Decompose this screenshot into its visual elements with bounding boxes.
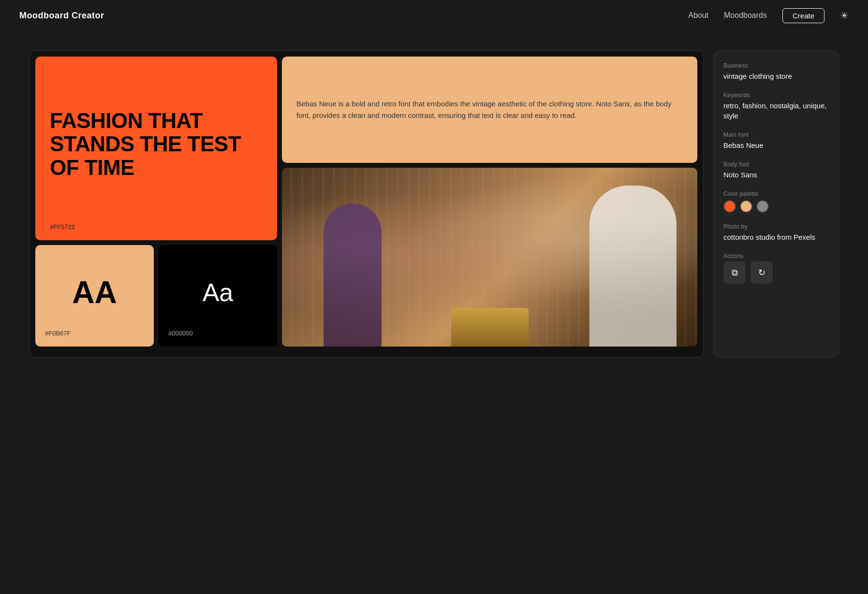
sidebar-actions-section: Actions ⧉ ↻ — [723, 253, 829, 284]
color-swatch-gray — [756, 200, 769, 213]
main-font-label: Main font — [723, 131, 829, 138]
color-palette-label: Color palette — [723, 190, 829, 197]
photo-scene — [282, 168, 697, 347]
figure-left — [324, 203, 382, 347]
text-tile-body: Bebas Neue is a bold and retro font that… — [296, 98, 683, 121]
photo-by-label: Photo by — [723, 223, 829, 230]
font-aa-light-text: Aa — [203, 278, 234, 307]
font-tile-dark: Aa #000000 — [159, 245, 277, 347]
body-font-value: Noto Sans — [723, 170, 829, 180]
font-tile-light: AA #F0B67F — [35, 245, 154, 347]
text-tile: Bebas Neue is a bold and retro font that… — [282, 57, 697, 163]
sidebar-body-font-section: Body font Noto Sans — [723, 161, 829, 180]
theme-toggle-icon[interactable]: ☀ — [840, 10, 849, 21]
refresh-action-button[interactable]: ↻ — [750, 261, 773, 284]
keywords-value: retro, fashion, nostalgia, unique, style — [723, 101, 829, 121]
nav-create-button[interactable]: Create — [782, 8, 824, 23]
hero-tile: FASHION THAT STANDS THE TEST OF TIME #FF… — [35, 57, 277, 240]
nav-moodboards-link[interactable]: Moodboards — [724, 11, 767, 20]
main-font-value: Bebas Neue — [723, 140, 829, 150]
moodboard-grid: FASHION THAT STANDS THE TEST OF TIME #FF… — [29, 50, 704, 358]
font-tile-dark-color-label: #000000 — [168, 330, 267, 337]
sidebar-photo-by-section: Photo by cottonbro studio from Pexels — [723, 223, 829, 242]
bottom-tiles: AA #F0B67F Aa #000000 — [35, 245, 277, 347]
business-value: vintage clothing store — [723, 71, 829, 81]
figure-right — [589, 186, 677, 347]
moodboard-left-column: FASHION THAT STANDS THE TEST OF TIME #FF… — [35, 57, 277, 347]
moodboard-right-column: Bebas Neue is a bold and retro font that… — [282, 57, 697, 347]
font-aa-bold-text: AA — [72, 275, 117, 310]
sidebar-panel: Business vintage clothing store Keywords… — [713, 50, 839, 358]
nav-about-link[interactable]: About — [688, 11, 708, 20]
color-swatch-orange — [723, 200, 736, 213]
navbar: Moodboard Creator About Moodboards Creat… — [0, 0, 868, 31]
font-tile-light-color-label: #F0B67F — [45, 330, 144, 337]
app-logo: Moodboard Creator — [19, 11, 104, 21]
refresh-icon: ↻ — [758, 267, 765, 278]
main-layout: FASHION THAT STANDS THE TEST OF TIME #FF… — [0, 31, 868, 377]
box-element — [451, 308, 529, 347]
sidebar-main-font-section: Main font Bebas Neue — [723, 131, 829, 150]
sidebar-color-palette-section: Color palette — [723, 190, 829, 213]
hero-color-label: #FF5722 — [50, 223, 263, 231]
actions-row: ⧉ ↻ — [723, 261, 829, 284]
business-label: Business — [723, 62, 829, 69]
nav-links: About Moodboards Create ☀ — [688, 8, 849, 23]
keywords-label: Keywords — [723, 92, 829, 99]
copy-action-button[interactable]: ⧉ — [723, 261, 746, 284]
hero-headline: FASHION THAT STANDS THE TEST OF TIME — [50, 109, 263, 179]
color-swatch-peach — [740, 200, 752, 213]
sidebar-business-section: Business vintage clothing store — [723, 62, 829, 81]
copy-icon: ⧉ — [732, 268, 738, 278]
actions-label: Actions — [723, 253, 829, 260]
photo-tile — [282, 168, 697, 347]
color-palette-swatches — [723, 200, 829, 213]
sidebar-keywords-section: Keywords retro, fashion, nostalgia, uniq… — [723, 92, 829, 121]
photo-by-value: cottonbro studio from Pexels — [723, 232, 829, 242]
body-font-label: Body font — [723, 161, 829, 168]
